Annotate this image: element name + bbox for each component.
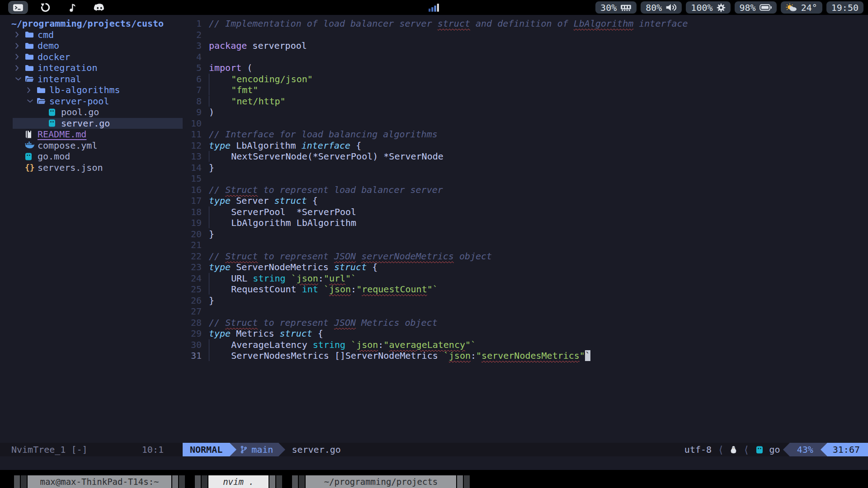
code-text: } [209, 162, 214, 174]
folder-closed-icon [25, 40, 34, 52]
code-line-3[interactable]: 3package serverpool [183, 40, 868, 52]
chevron-right-icon[interactable] [15, 52, 19, 63]
tree-item-demo[interactable]: demo [0, 40, 183, 52]
line-number: 12 [183, 140, 209, 151]
code-text: "net/http" [209, 96, 286, 107]
tree-item-integration[interactable]: integration [0, 62, 183, 74]
chevron-down-icon[interactable] [15, 74, 22, 85]
tree-item-docker[interactable]: docker [0, 52, 183, 63]
code-text: } [209, 229, 214, 240]
tree-item-cmd[interactable]: cmd [0, 29, 183, 41]
code-line-4[interactable]: 4 [183, 52, 868, 63]
code-buffer[interactable]: 1// Implementation of load balancer serv… [183, 15, 868, 443]
taskbar-window-button[interactable]: max@max-ThinkPad-T14s:~ [14, 475, 185, 488]
chevron-right-icon[interactable] [15, 29, 19, 41]
scroll-progress: 43% [790, 443, 821, 456]
code-line-28[interactable]: 28// Struct to represent JSON Metrics ob… [183, 317, 868, 328]
tree-item-internal[interactable]: internal [0, 74, 183, 85]
dock-button-discord[interactable] [90, 1, 109, 14]
code-text: NextServerNode(*ServerPool) *ServerNode [209, 151, 443, 162]
line-number: 29 [183, 328, 209, 339]
code-line-29[interactable]: 29type Metrics struct { [183, 328, 868, 339]
tree-items: cmddemodockerintegrationinternallb-algor… [0, 29, 183, 174]
taskbar-button-edge [179, 475, 185, 488]
tree-item-server-pool[interactable]: server-pool [0, 96, 183, 107]
clock-value: 19:50 [831, 2, 859, 13]
powerline-separator [783, 443, 790, 456]
code-line-24[interactable]: 24 URL string `json:"url"` [183, 273, 868, 284]
line-number: 23 [183, 262, 209, 273]
tree-item-server.go[interactable]: server.go [13, 118, 183, 129]
code-line-6[interactable]: 6 "encoding/json" [183, 74, 868, 85]
dock-button-music[interactable] [62, 1, 82, 14]
tree-statusline: NvimTree_1 [-] 10:1 [0, 443, 183, 456]
chevron-right-icon[interactable] [27, 84, 31, 96]
folder-open-icon [25, 74, 34, 85]
code-text: // Struct to represent load balancer ser… [209, 184, 443, 196]
taskbar-button-edge [299, 475, 305, 488]
line-number: 17 [183, 195, 209, 206]
tree-item-pool.go[interactable]: pool.go [0, 107, 183, 118]
code-line-20[interactable]: 20} [183, 229, 868, 240]
code-line-11[interactable]: 11// Interface for load balancing algori… [183, 129, 868, 140]
code-text: type ServerNodeMetrics struct { [209, 262, 377, 273]
dock-button-terminal[interactable] [8, 1, 28, 14]
code-line-8[interactable]: 8 "net/http" [183, 96, 868, 107]
code-line-30[interactable]: 30 AverageLatency string `json:"averageL… [183, 339, 868, 351]
taskbar: max@max-ThinkPad-T14s:~nvim .~/programmi… [0, 475, 868, 488]
code-line-31[interactable]: 31 ServerNodesMetrics []ServerNodeMetric… [183, 350, 868, 361]
code-line-10[interactable]: 10 [183, 118, 868, 129]
code-line-9[interactable]: 9) [183, 107, 868, 118]
dock-button-restart[interactable] [35, 1, 55, 14]
line-number: 24 [183, 273, 209, 284]
tree-item-compose.yml[interactable]: compose.yml [0, 140, 183, 151]
line-number: 19 [183, 217, 209, 229]
code-line-27[interactable]: 27 [183, 306, 868, 317]
volume-status-pill[interactable]: 80% [641, 1, 682, 14]
battery-status-pill[interactable]: 98% [735, 1, 777, 14]
code-line-14[interactable]: 14} [183, 162, 868, 174]
code-text: type Metrics struct { [209, 328, 323, 339]
git-branch-name: main [251, 444, 273, 455]
chevron-right-icon[interactable] [15, 62, 19, 74]
weather-status-pill[interactable]: 24° [781, 1, 822, 14]
code-line-21[interactable]: 21 [183, 239, 868, 251]
chevron-down-icon[interactable] [27, 96, 33, 107]
music-note-icon [69, 2, 76, 13]
code-line-7[interactable]: 7 "fmt" [183, 84, 868, 96]
tree-item-label: internal [38, 74, 81, 84]
code-line-19[interactable]: 19 LbAlgorithm LbAlgorithm [183, 217, 868, 229]
code-line-1[interactable]: 1// Implementation of load balancer serv… [183, 18, 868, 29]
memory-icon [620, 4, 632, 11]
tree-item-servers.json[interactable]: {}servers.json [0, 162, 183, 174]
line-number: 5 [183, 62, 209, 74]
code-line-22[interactable]: 22// Struct to represent JSON serverNode… [183, 251, 868, 262]
command-line[interactable] [0, 456, 868, 470]
code-line-17[interactable]: 17type Server struct { [183, 195, 868, 206]
code-line-18[interactable]: 18 ServerPool *ServerPool [183, 206, 868, 218]
taskbar-window-button[interactable]: ~/programming/projects [292, 475, 470, 488]
code-line-26[interactable]: 26} [183, 295, 868, 306]
code-text: URL string `json:"url"` [209, 273, 356, 284]
taskbar-window-button[interactable]: nvim . [195, 475, 282, 488]
line-number: 6 [183, 74, 209, 85]
code-line-13[interactable]: 13 NextServerNode(*ServerPool) *ServerNo… [183, 151, 868, 162]
separator: ⟨ [718, 444, 724, 455]
clock-status-pill[interactable]: 19:50 [826, 1, 863, 14]
tree-item-go.mod[interactable]: go.mod [0, 151, 183, 162]
code-line-12[interactable]: 12type LbAlgorithm interface { [183, 140, 868, 151]
tree-item-lb-algorithms[interactable]: lb-algorithms [0, 84, 183, 96]
code-line-16[interactable]: 16// Struct to represent load balancer s… [183, 184, 868, 196]
line-number: 16 [183, 184, 209, 196]
code-line-23[interactable]: 23type ServerNodeMetrics struct { [183, 262, 868, 273]
code-line-2[interactable]: 2 [183, 29, 868, 41]
tree-item-README.md[interactable]: README.md [0, 129, 183, 140]
memory-status-pill[interactable]: 30% [595, 1, 637, 14]
code-line-5[interactable]: 5import ( [183, 62, 868, 74]
code-line-15[interactable]: 15 [183, 173, 868, 184]
code-line-25[interactable]: 25 RequestCount int `json:"requestCount"… [183, 284, 868, 295]
go-file-icon [48, 118, 56, 129]
chevron-right-icon[interactable] [15, 40, 19, 52]
brightness-status-pill[interactable]: 100% [686, 1, 730, 14]
powerline-separator [230, 443, 236, 456]
